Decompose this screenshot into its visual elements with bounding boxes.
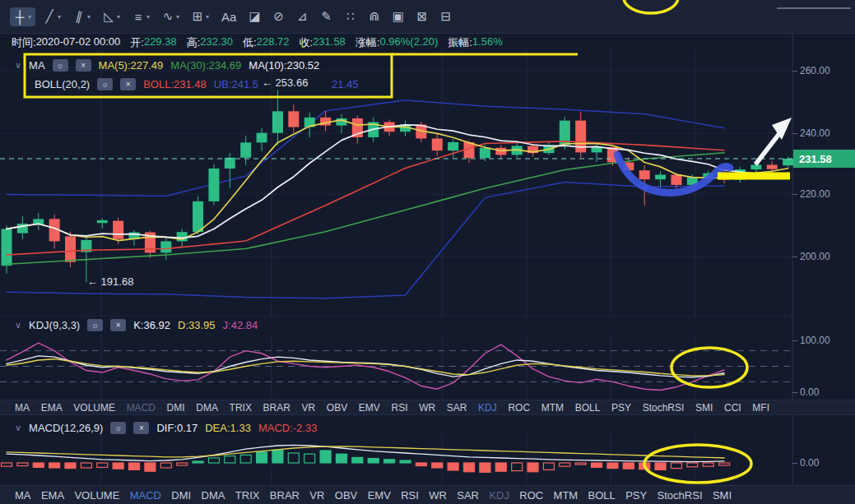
axis-tick-label: 100.00 xyxy=(800,335,830,346)
collapse-icon[interactable]: ∨ xyxy=(15,423,21,433)
gear-icon[interactable]: ☼ xyxy=(97,78,113,90)
tab-psy[interactable]: PSY xyxy=(625,489,647,502)
tab-rsi[interactable]: RSI xyxy=(391,402,407,414)
tool-trend-line-button[interactable]: ╱▾ xyxy=(39,7,65,26)
tab-ema[interactable]: EMA xyxy=(41,402,63,414)
tab-emv[interactable]: EMV xyxy=(359,402,380,414)
tab-smi[interactable]: SMI xyxy=(713,489,732,502)
tab-psy[interactable]: PSY xyxy=(611,402,631,414)
chevron-down-icon: ▾ xyxy=(206,13,209,21)
tab-wr[interactable]: WR xyxy=(429,489,447,502)
tab-obv[interactable]: OBV xyxy=(335,489,357,502)
tool-lock-button[interactable]: ⋒ xyxy=(365,7,384,26)
tab-kdj[interactable]: KDJ xyxy=(489,489,509,502)
indicator-tabbar-upper: MAEMAVOLUMEMACDDMIDMATRIXBRARVROBVEMVRSI… xyxy=(0,400,855,415)
kdj-title: KDJ(9,3,3) xyxy=(29,319,80,331)
tab-kdj[interactable]: KDJ xyxy=(478,402,497,414)
wave-icon: ∿ xyxy=(162,9,174,24)
collapse-icon[interactable]: ∨ xyxy=(15,320,21,331)
axis-tick-label: 0.00 xyxy=(800,386,819,398)
tab-trix[interactable]: TRIX xyxy=(235,489,260,502)
tab-roc[interactable]: ROC xyxy=(508,402,530,414)
info-value: 232.30 xyxy=(200,35,233,49)
tab-macd[interactable]: MACD xyxy=(130,489,161,502)
close-icon[interactable]: × xyxy=(133,422,149,434)
tab-ema[interactable]: EMA xyxy=(41,489,64,502)
tab-stochrsi[interactable]: StochRSI xyxy=(643,402,685,414)
gear-icon[interactable]: ☼ xyxy=(53,59,68,72)
tab-vr[interactable]: VR xyxy=(309,489,324,502)
tab-dmi[interactable]: DMI xyxy=(167,402,185,414)
tab-smi[interactable]: SMI xyxy=(695,402,713,414)
tab-sar[interactable]: SAR xyxy=(457,489,479,502)
triangle-icon: ◺ xyxy=(103,9,114,24)
tab-dma[interactable]: DMA xyxy=(196,402,218,414)
tool-wave-button[interactable]: ∿▾ xyxy=(158,7,184,26)
close-icon[interactable]: × xyxy=(76,59,91,72)
tab-mtm[interactable]: MTM xyxy=(554,489,579,502)
tool-brush-button[interactable]: ⊘ xyxy=(269,7,289,26)
close-icon[interactable]: × xyxy=(120,78,136,90)
brush-icon: ⊘ xyxy=(273,9,285,24)
macd-values: DIF:0.17DEA:1.33MACD:-2.33 xyxy=(156,422,317,434)
axis-tick-mark xyxy=(792,194,797,195)
indicator-value: BOLL:231.48 xyxy=(143,78,207,90)
parallel-channel-icon: ∥ xyxy=(72,8,86,25)
tab-volume[interactable]: VOLUME xyxy=(73,402,115,414)
tool-comb-button[interactable]: ∷ xyxy=(341,7,360,26)
tool-crosshair-button[interactable]: ┼▾ xyxy=(10,7,35,26)
macd-header: ∨ MACD(12,26,9) ☼ × DIF:0.17DEA:1.33MACD… xyxy=(15,422,317,434)
tool-rectangle-button[interactable]: ⊞▾ xyxy=(188,7,213,26)
tab-emv[interactable]: EMV xyxy=(368,489,391,502)
tool-ruler-button[interactable]: ⊿ xyxy=(293,7,313,26)
tab-ma[interactable]: MA xyxy=(15,489,31,502)
close-icon[interactable]: × xyxy=(110,319,126,331)
gear-icon[interactable]: ☼ xyxy=(110,422,126,434)
tab-trix[interactable]: TRIX xyxy=(230,402,252,414)
tool-pencil-button[interactable]: ✎ xyxy=(317,7,337,26)
tool-triangle-button[interactable]: ◺▾ xyxy=(99,7,124,26)
tab-ma[interactable]: MA xyxy=(15,402,30,414)
tool-copy-button[interactable]: ▣ xyxy=(388,7,408,26)
indicator-value: UB:241.5 xyxy=(214,78,258,90)
kdj-header: ∨ KDJ(9,3,3) ☼ × K:36.92D:33.95J:42.84 xyxy=(15,319,258,331)
tab-obv[interactable]: OBV xyxy=(327,402,347,414)
tool-trash-button[interactable]: ⊟ xyxy=(436,7,456,26)
info-item: 高:232.30 xyxy=(187,35,233,49)
tool-eraser-button[interactable]: ◪ xyxy=(244,7,264,26)
indicator-tabbar-lower: MAEMAVOLUMEMACDDMIDMATRIXBRARVROBVEMVRSI… xyxy=(0,485,855,504)
tab-stochrsi[interactable]: StochRSI xyxy=(658,489,703,502)
tab-boll[interactable]: BOLL xyxy=(588,489,616,502)
tab-volume[interactable]: VOLUME xyxy=(74,489,119,502)
tool-text-button[interactable]: Aa xyxy=(217,7,240,26)
tab-mtm[interactable]: MTM xyxy=(541,402,564,414)
collapse-icon[interactable]: ∨ xyxy=(15,60,21,71)
tab-dmi[interactable]: DMI xyxy=(171,489,191,502)
tab-wr[interactable]: WR xyxy=(419,402,435,414)
tool-horizontal-lines-button[interactable]: ≡▾ xyxy=(128,7,154,26)
pencil-icon: ✎ xyxy=(321,9,332,24)
axis-tick-mark xyxy=(792,392,797,393)
tab-cci[interactable]: CCI xyxy=(724,402,741,414)
tab-brar[interactable]: BRAR xyxy=(270,489,300,502)
tool-screenshot-button[interactable]: ⊠ xyxy=(412,7,432,26)
indicator-value: 21.45 xyxy=(332,78,359,90)
tab-mfi[interactable]: MFI xyxy=(752,402,769,414)
indicator-value: D:33.95 xyxy=(178,319,216,331)
tab-rsi[interactable]: RSI xyxy=(401,489,419,502)
kdj-panel xyxy=(0,343,792,390)
info-value: 231.58 xyxy=(313,35,346,49)
ruler-icon: ⊿ xyxy=(297,9,309,24)
tab-dma[interactable]: DMA xyxy=(202,489,225,502)
tool-parallel-channel-button[interactable]: ∥▾ xyxy=(69,7,95,26)
tab-boll[interactable]: BOLL xyxy=(575,402,601,414)
tab-roc[interactable]: ROC xyxy=(519,489,543,502)
gear-icon[interactable]: ☼ xyxy=(87,319,103,331)
info-value: 228.72 xyxy=(257,35,290,49)
macd-panel xyxy=(2,445,730,472)
tab-macd[interactable]: MACD xyxy=(127,402,156,414)
axis-tick-mark xyxy=(792,340,797,341)
tab-brar[interactable]: BRAR xyxy=(263,402,290,414)
tab-vr[interactable]: VR xyxy=(302,402,316,414)
tab-sar[interactable]: SAR xyxy=(447,402,467,414)
